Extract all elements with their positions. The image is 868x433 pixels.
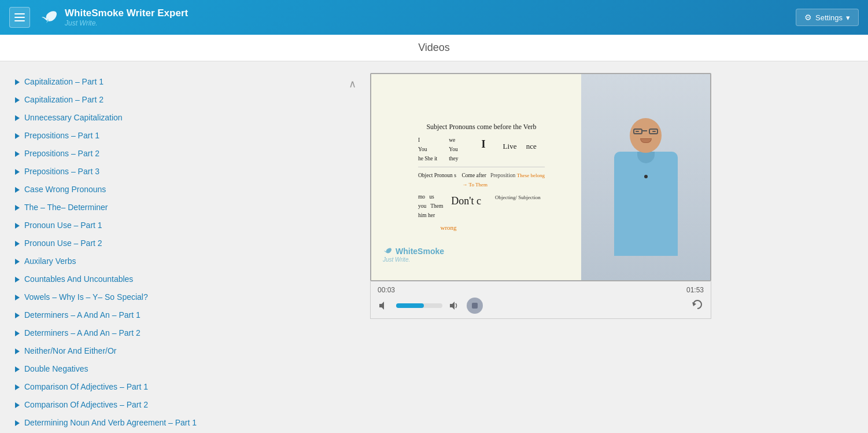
scroll-up-button[interactable]: ∧ — [346, 75, 359, 93]
play-icon — [15, 295, 20, 300]
video-list-container: Capitalization – Part 1Capitalization – … — [12, 73, 359, 433]
replay-button[interactable] — [691, 298, 704, 314]
video-item-label: Case Wrong Pronouns — [24, 184, 106, 196]
video-item-label: Pronoun Use – Part 2 — [24, 237, 102, 249]
video-item-label: Determiners – A And An – Part 1 — [24, 309, 141, 321]
hamburger-line — [14, 13, 25, 14]
video-item-label: Vowels – Why Is – Y– So Special? — [24, 291, 148, 303]
logo-area: WhiteSmoke Writer Expert Just Write. — [39, 7, 188, 28]
video-list-item[interactable]: Capitalization – Part 2 — [12, 91, 342, 109]
video-list-item[interactable]: Comparison Of Adjectives – Part 2 — [12, 396, 342, 414]
stop-button[interactable] — [467, 298, 483, 314]
video-item-label: Countables And Uncountables — [24, 273, 133, 285]
video-item-label: Auxilary Verbs — [24, 255, 76, 267]
play-icon — [15, 384, 20, 390]
app-subtitle: Just Write. — [65, 19, 188, 27]
whiteboard-text: Subject Pronouns come before the Verb IY… — [418, 121, 545, 233]
main-content: Capitalization – Part 1Capitalization – … — [0, 61, 868, 433]
chevron-down-icon: ▾ — [846, 13, 850, 22]
video-list-item[interactable]: Vowels – Why Is – Y– So Special? — [12, 288, 342, 306]
logo-bird-icon — [39, 7, 60, 28]
video-item-label: Capitalization – Part 1 — [24, 76, 104, 88]
logo-text: WhiteSmoke Writer Expert Just Write. — [65, 8, 188, 28]
video-list-item[interactable]: Prepositions – Part 2 — [12, 145, 342, 163]
video-item-label: Capitalization – Part 2 — [24, 94, 104, 106]
video-player: Subject Pronouns come before the Verb IY… — [370, 73, 711, 281]
video-list-item[interactable]: Prepositions – Part 1 — [12, 127, 342, 145]
play-icon — [15, 79, 20, 85]
stop-icon — [472, 303, 478, 309]
video-list-item[interactable]: Prepositions – Part 3 — [12, 163, 342, 181]
video-item-label: Neither/Nor And Either/Or — [24, 345, 117, 357]
watermark-logo: WhiteSmoke — [383, 246, 444, 256]
video-list-item[interactable]: Determining Noun And Verb Agreement – Pa… — [12, 414, 342, 432]
play-icon — [15, 420, 20, 426]
watermark-sub-text: Just Write. — [383, 256, 410, 263]
video-item-label: Determining Noun And Verb Agreement – Pa… — [24, 417, 197, 429]
video-list-item[interactable]: Countables And Uncountables — [12, 270, 342, 288]
volume-high-icon — [449, 300, 460, 311]
volume-low-button[interactable] — [378, 299, 390, 312]
video-list-item[interactable]: Unnecessary Capitalization — [12, 109, 342, 127]
time-current: 00:03 — [378, 286, 395, 294]
volume-high-button[interactable] — [448, 299, 461, 312]
app-title: WhiteSmoke Writer Expert — [65, 8, 188, 19]
video-item-label: Double Negatives — [24, 363, 88, 375]
replay-icon — [691, 298, 704, 311]
play-icon — [15, 331, 20, 336]
video-list-item[interactable]: Case Wrong Pronouns — [12, 181, 342, 199]
video-list-item[interactable]: Neither/Nor And Either/Or — [12, 342, 342, 360]
video-item-label: Prepositions – Part 1 — [24, 130, 99, 142]
play-icon — [15, 259, 20, 265]
video-list-item[interactable]: Capitalization – Part 1 — [12, 73, 342, 91]
play-icon — [15, 366, 20, 372]
watermark-bird-icon — [383, 246, 393, 256]
hamburger-button[interactable] — [9, 7, 30, 28]
person-head — [630, 118, 662, 153]
video-item-label: Prepositions – Part 2 — [24, 148, 99, 160]
watermark-text: WhiteSmoke — [396, 247, 444, 256]
svg-marker-1 — [450, 302, 455, 310]
video-list-item[interactable]: Double Negatives — [12, 360, 342, 378]
video-list-item[interactable]: Pronoun Use – Part 2 — [12, 234, 342, 252]
gear-icon: ⚙ — [804, 13, 812, 22]
hamburger-line — [14, 17, 25, 18]
play-icon — [15, 169, 20, 175]
play-icon — [15, 133, 20, 139]
time-row: 00:03 01:53 — [378, 286, 704, 294]
volume-icon — [379, 300, 389, 311]
video-list-item[interactable]: Auxilary Verbs — [12, 252, 342, 270]
play-icon — [15, 223, 20, 229]
volume-fill — [396, 303, 424, 308]
video-list-item[interactable]: Determiners – A And An – Part 2 — [12, 324, 342, 342]
settings-button[interactable]: ⚙ Settings ▾ — [796, 9, 859, 26]
video-item-label: Unnecessary Capitalization — [24, 112, 123, 124]
video-list-item[interactable]: Pronoun Use – Part 1 — [12, 216, 342, 234]
watermark: WhiteSmoke Just Write. — [383, 246, 444, 263]
play-icon — [15, 277, 20, 282]
play-icon — [15, 348, 20, 354]
video-list-item[interactable]: Determiners – A And An – Part 1 — [12, 306, 342, 324]
play-icon — [15, 115, 20, 121]
play-icon — [15, 187, 20, 193]
video-list-item[interactable]: Comparison Of Adjectives – Part 1 — [12, 378, 342, 396]
person-area — [581, 74, 710, 280]
play-icon — [15, 241, 20, 247]
scroll-down-button[interactable]: ∨ — [346, 430, 359, 433]
svg-marker-0 — [379, 302, 384, 310]
scroll-controls: ∧ ∨ — [346, 73, 359, 433]
play-icon — [15, 205, 20, 211]
hamburger-line — [14, 20, 25, 21]
video-list-item[interactable]: The – The– Determiner — [12, 199, 342, 216]
volume-slider[interactable] — [396, 303, 442, 308]
controls-row — [378, 298, 704, 314]
video-list: Capitalization – Part 1Capitalization – … — [12, 73, 342, 433]
video-item-label: Comparison Of Adjectives – Part 2 — [24, 399, 148, 411]
person-figure — [611, 118, 681, 280]
person-body — [614, 152, 678, 256]
play-icon — [15, 151, 20, 157]
video-item-label: Prepositions – Part 3 — [24, 166, 99, 178]
header-left: WhiteSmoke Writer Expert Just Write. — [9, 7, 188, 28]
video-screen: Subject Pronouns come before the Verb IY… — [371, 74, 710, 280]
video-item-label: Pronoun Use – Part 1 — [24, 219, 102, 232]
